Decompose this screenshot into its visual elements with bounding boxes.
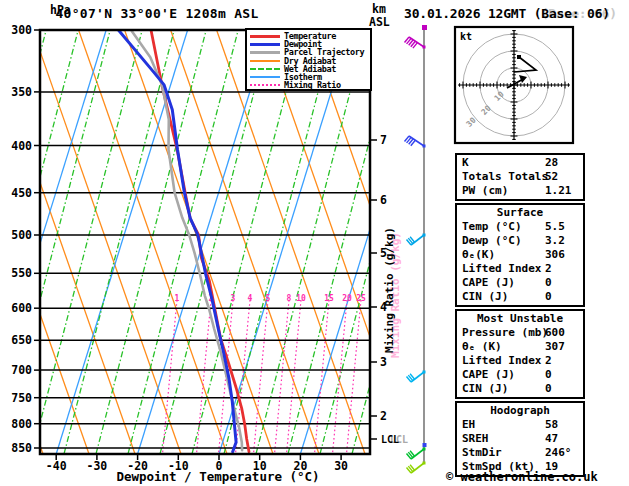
wind-barb xyxy=(407,371,426,383)
mixing-ratio-axis-label: Mixing Ratio (g/kg) xyxy=(383,227,396,353)
pressure-tick-label: 400 xyxy=(11,139,32,153)
pressure-tick-label: 450 xyxy=(11,186,32,200)
km-tick-label: 6 xyxy=(380,193,387,207)
indices-row: θₑ (K)307 xyxy=(457,340,583,354)
indices-row: EH58 xyxy=(457,418,583,432)
mixing-ratio-line xyxy=(197,300,212,454)
pressure-tick-label: 750 xyxy=(11,391,32,405)
indices-row: CIN (J)0 xyxy=(457,290,583,304)
mixing-ratio-line xyxy=(347,300,362,454)
indices-section: Most UnstablePressure (mb)600θₑ (K)307Li… xyxy=(455,309,585,399)
index-value: 600 xyxy=(545,326,565,340)
indices-row: K28 xyxy=(457,156,583,170)
index-value: 246° xyxy=(545,446,572,460)
wind-barb xyxy=(407,448,426,460)
indices-row: CAPE (J)0 xyxy=(457,276,583,290)
wet-adiabat-line xyxy=(256,30,366,454)
indices-row: Dewp (°C)3.2 xyxy=(457,234,583,248)
wind-barb xyxy=(405,136,426,148)
legend-line-sample xyxy=(250,76,280,78)
dry-adiabat-line xyxy=(79,30,227,454)
index-label: Lifted Index xyxy=(462,354,541,367)
altitude-unit-km: km xyxy=(372,2,386,16)
wet-adiabat-line xyxy=(160,30,270,454)
index-label: Totals Totals xyxy=(462,170,548,183)
index-label: Dewp (°C) xyxy=(462,234,522,247)
legend-line-sample xyxy=(250,68,280,70)
index-label: CAPE (J) xyxy=(462,276,515,289)
mixing-ratio-value-label: 25 xyxy=(356,294,366,303)
legend-line-sample xyxy=(250,35,280,38)
index-value: 306 xyxy=(545,248,565,262)
index-label: Pressure (mb) xyxy=(462,326,548,339)
hodograph-unit-label: kt xyxy=(460,31,472,42)
temp-tick-label: -40 xyxy=(46,459,67,473)
indices-row: SREH47 xyxy=(457,432,583,446)
wet-adiabat-line xyxy=(96,30,206,454)
index-label: CIN (J) xyxy=(462,290,508,303)
indices-section: HodographEH58SREH47StmDir246°StmSpd (kt)… xyxy=(455,401,585,477)
index-label: K xyxy=(462,156,469,169)
indices-row: CAPE (J)0 xyxy=(457,368,583,382)
wet-adiabat-line xyxy=(352,30,462,454)
wet-adiabat-line xyxy=(128,30,238,454)
indices-section: K28Totals Totals52PW (cm)1.21 xyxy=(455,153,585,201)
legend-line-sample xyxy=(250,84,280,86)
legend-item: Mixing Ratio xyxy=(250,81,370,89)
index-value: 58 xyxy=(545,418,558,432)
index-label: PW (cm) xyxy=(462,184,508,197)
index-value: 2 xyxy=(545,354,552,368)
index-label: StmDir xyxy=(462,446,502,459)
indices-row: StmDir246° xyxy=(457,446,583,460)
pressure-tick-label: 800 xyxy=(11,417,32,431)
dry-adiabat-line xyxy=(171,30,319,454)
legend-line-sample xyxy=(250,43,280,46)
run-date-title: 30.01.2026 12GMT (Base: 06) xyxy=(404,6,629,21)
index-label: CIN (J) xyxy=(462,382,508,395)
pressure-tick-label: 350 xyxy=(11,85,32,99)
mixing-ratio-value-label: 8 xyxy=(287,294,292,303)
mixing-ratio-line xyxy=(254,300,269,454)
wet-adiabat-line xyxy=(224,30,334,454)
date-time-label: 30.01.2026 12GMT xyxy=(404,6,526,21)
copyright: © weatheronline.co.uk xyxy=(446,470,598,484)
station-title: 40°07'N 33°00'E 1208m ASL xyxy=(38,6,276,21)
pressure-tick-label: 650 xyxy=(11,333,32,347)
index-label: CAPE (J) xyxy=(462,368,515,381)
pressure-tick-label: 500 xyxy=(11,228,32,242)
index-value: 3.2 xyxy=(545,234,565,248)
index-value: 0 xyxy=(545,382,552,396)
indices-row: CIN (J)0 xyxy=(457,382,583,396)
mixing-ratio-value-label: 5 xyxy=(266,294,271,303)
staff-top-marker xyxy=(422,25,427,30)
km-tick-label: 7 xyxy=(380,133,387,147)
indices-row: Totals Totals52 xyxy=(457,170,583,184)
index-label: Lifted Index xyxy=(462,262,541,275)
pressure-tick-label: 700 xyxy=(11,363,32,377)
pressure-tick-label: 300 xyxy=(11,23,32,37)
indices-row: PW (cm)1.21 xyxy=(457,184,583,198)
index-label: θₑ(K) xyxy=(462,248,495,261)
mixing-ratio-value-label: 20 xyxy=(342,294,352,303)
index-value: 0 xyxy=(545,276,552,290)
km-tick-label: 2 xyxy=(380,409,387,423)
index-value: 1.21 xyxy=(545,184,572,198)
wind-barb xyxy=(407,234,426,246)
mixing-ratio-line xyxy=(163,300,178,454)
index-value: 307 xyxy=(545,340,565,354)
mixing-ratio-value-label: 4 xyxy=(248,294,253,303)
index-label: EH xyxy=(462,418,475,431)
index-label: Temp (°C) xyxy=(462,220,522,233)
legend-line-sample xyxy=(250,60,280,62)
indices-panel: K28Totals Totals52PW (cm)1.21SurfaceTemp… xyxy=(455,153,585,479)
altitude-unit-asl: ASL xyxy=(369,15,390,29)
indices-row: Lifted Index2 xyxy=(457,354,583,368)
indices-row: Lifted Index2 xyxy=(457,262,583,276)
index-value: 5.5 xyxy=(545,220,565,234)
skewt-page: 3003504004505005506006507007508008501234… xyxy=(0,0,629,486)
mixing-ratio-line xyxy=(315,300,330,454)
indices-section-header: Hodograph xyxy=(457,404,583,418)
legend-line-sample xyxy=(250,51,280,54)
index-value: 52 xyxy=(545,170,558,184)
index-value: 0 xyxy=(545,368,552,382)
